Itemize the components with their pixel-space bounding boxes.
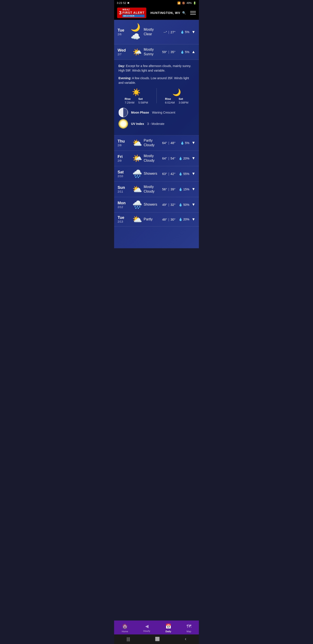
uv-index-row: ☀ UV Index 3 - Moderate — [118, 119, 195, 128]
forecast-row-sat[interactable]: Sat 2/10 🌧️ Showers 63° | 42° 💧 55% ▼ — [114, 166, 199, 182]
nav-hourly[interactable]: ◀ Hourly — [140, 623, 154, 634]
battery-percent: 49% — [187, 2, 192, 4]
time: 3:23 — [117, 1, 122, 4]
logo-alert: FIRST ALERT — [122, 11, 144, 14]
drop-icon: 💧 — [179, 188, 182, 191]
day-name: Sat — [118, 170, 131, 174]
moon-rise-time: 6:02AM — [165, 101, 175, 104]
condition: Showers — [144, 172, 162, 176]
forecast-row-mon[interactable]: Mon 2/12 🌧️ Showers 49° | 32° 💧 50% ▼ — [114, 197, 199, 212]
day-date: 2/8 — [118, 144, 131, 147]
forecast-row-tue2[interactable]: Tue 2/13 ⛅ Partly 48° | 30° 💧 20% ▼ — [114, 212, 199, 226]
moon-set-time: 3:08PM — [179, 101, 188, 104]
location-text: HUNTINGTON, WV — [150, 11, 180, 14]
moon-phase-value: Waning Crescent — [152, 111, 175, 114]
uv-value: 3 - Moderate — [147, 122, 164, 126]
forecast-row-thu[interactable]: Thu 2/8 ⛅ PartlyCloudy 64° | 48° 💧 5% ▼ — [114, 135, 199, 151]
home-icon: 🏠 — [122, 624, 128, 629]
android-menu-button[interactable]: ||| — [127, 636, 130, 642]
set-label: Set — [138, 97, 148, 100]
day-date: 2/12 — [118, 206, 131, 209]
weather-icon: 🌧️ — [131, 200, 144, 209]
condition: MostlySunny — [144, 48, 162, 56]
alarm-icon: 🔕 — [182, 2, 185, 4]
chevron-icon: ▼ — [192, 202, 195, 207]
sun-rise-time: 7:29AM — [125, 101, 134, 104]
status-bar: 3:23 52 ✖ 📶 🔕 49% 🔋 — [114, 0, 199, 6]
header: 3 WBAZ FIRST ALERT WEATHER HUNTINGTON, W… — [114, 6, 199, 20]
precip-pct: 5% — [185, 50, 189, 54]
home-label: Home — [122, 630, 128, 633]
forecast-row-fri[interactable]: Fri 2/9 🌤️ MostlyCloudy 64° | 54° 💧 20% … — [114, 151, 199, 166]
logo-number: 3 — [119, 10, 121, 15]
weather-icon: 🌧️ — [131, 169, 144, 178]
low-temp: 48° — [170, 141, 175, 145]
condition: Partly — [144, 217, 162, 222]
low-temp: 54° — [170, 156, 175, 160]
drop-icon: 💧 — [179, 157, 182, 160]
chevron-icon: ▼ — [192, 156, 195, 160]
location-search[interactable]: HUNTINGTON, WV 🔍 — [150, 11, 186, 14]
notification-icon: ✖ — [127, 1, 130, 4]
low-temp: 42° — [170, 172, 175, 176]
moon-phase-label: Moon Phase — [131, 111, 149, 114]
map-label: Map — [187, 630, 191, 633]
day-name: Wed — [118, 48, 131, 53]
nav-home[interactable]: 🏠 Home — [118, 623, 131, 634]
high-temp: 63° — [162, 172, 167, 176]
precip-pct: 20% — [183, 157, 189, 160]
day-date: 2/13 — [118, 220, 131, 223]
forecast-row-tue[interactable]: Tue 2/6 🌙☁️ MostlyClear --° | 27° 💧 5% ▼ — [114, 20, 199, 44]
day-name: Fri — [118, 154, 131, 159]
logo-wbaz: WBAZ — [122, 8, 144, 11]
moon-icon: 🌙 — [172, 88, 181, 96]
day-name: Tue — [118, 28, 131, 33]
condition: PartlyCloudy — [144, 138, 162, 148]
daily-icon: 📅 — [165, 624, 171, 629]
precip-pct: 5% — [185, 141, 189, 145]
wifi-icon: 📶 — [177, 2, 181, 4]
day-date: 2/10 — [118, 174, 131, 178]
precip-pct: 15% — [183, 188, 189, 191]
high-temp: 64° — [162, 156, 167, 160]
forecast-row-sun[interactable]: Sun 2/11 ⛅ MostlyCloudy 56° | 39° 💧 15% … — [114, 182, 199, 197]
hourly-label: Hourly — [143, 630, 150, 632]
condition: MostlyCloudy — [144, 154, 162, 163]
day-description: Day: Except for a few afternoon clouds, … — [118, 64, 195, 73]
nav-daily[interactable]: 📅 Daily — [162, 623, 175, 634]
high-temp: 49° — [162, 203, 167, 206]
uv-label: UV Index — [131, 122, 144, 126]
android-home-button[interactable]: ⬜ — [155, 636, 160, 642]
low-temp: 32° — [170, 203, 175, 206]
sun-set-time: 5:58PM — [138, 101, 148, 104]
forecast-row-wed[interactable]: Wed 2/7 🌤️ MostlySunny 59° | 35° 💧 5% ▲ — [114, 44, 199, 60]
map-icon: 🗺 — [187, 624, 191, 629]
day-name: Mon — [118, 201, 131, 206]
signal-strength: 52 — [123, 1, 126, 4]
high-temp: --° — [164, 30, 167, 34]
menu-button[interactable] — [190, 11, 196, 14]
android-nav-bar: ||| ⬜ ‹ — [114, 634, 199, 644]
detail-panel-wed: Day: Except for a few afternoon clouds, … — [114, 60, 199, 135]
moon-phase-icon — [118, 108, 128, 117]
rise-label-moon: Rise — [165, 97, 175, 100]
low-temp: 39° — [170, 187, 175, 191]
high-temp: 64° — [162, 141, 167, 145]
logo: 3 WBAZ FIRST ALERT WEATHER — [117, 8, 146, 18]
search-icon[interactable]: 🔍 — [182, 11, 186, 14]
hourly-icon: ◀ — [145, 624, 148, 629]
condition: MostlyClear — [144, 28, 164, 36]
evening-description: Evening: A few clouds. Low around 35F. W… — [118, 76, 195, 85]
high-temp: 59° — [162, 50, 167, 54]
set-label-moon: Set — [179, 97, 188, 100]
chevron-icon: ▼ — [192, 140, 195, 145]
chevron-icon: ▼ — [192, 187, 195, 192]
low-temp: 35° — [170, 50, 175, 54]
day-date: 2/7 — [118, 53, 131, 56]
day-date: 2/9 — [118, 159, 131, 162]
condition: Showers — [144, 202, 162, 207]
nav-map[interactable]: 🗺 Map — [183, 623, 195, 634]
weather-icon: ⛅ — [131, 185, 144, 194]
android-back-button[interactable]: ‹ — [185, 636, 186, 642]
drop-icon: 💧 — [180, 30, 184, 34]
